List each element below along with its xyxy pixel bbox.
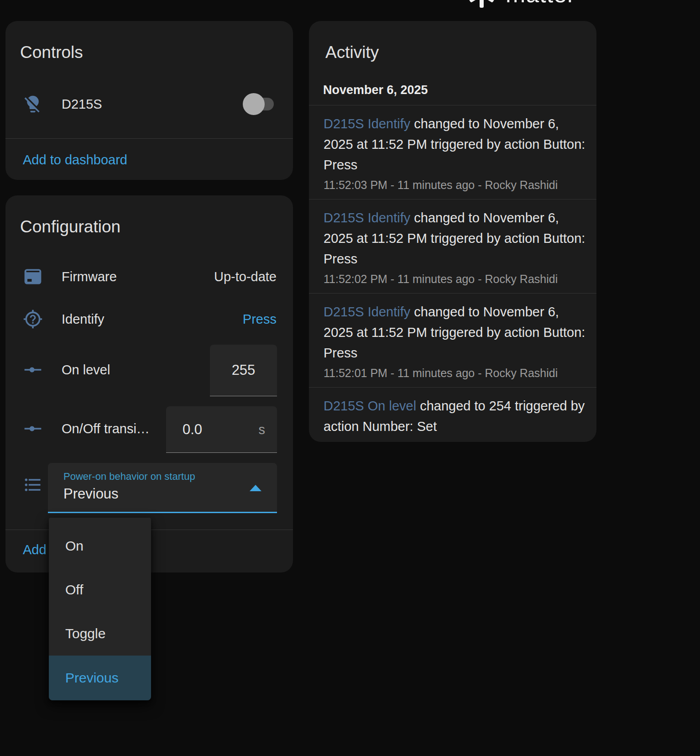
entry-meta: 11:52:01 PM - 11 minutes ago - Rocky Ras… — [324, 365, 588, 381]
on-level-label: On level — [62, 362, 110, 378]
toggle-thumb — [243, 93, 265, 115]
firmware-icon — [23, 267, 43, 287]
lightbulb-off-icon — [23, 94, 43, 114]
matter-logo-icon — [465, 0, 497, 9]
chevron-up-icon — [250, 485, 261, 491]
entry-text: D215S Identify changed to November 6, 20… — [324, 302, 588, 363]
entity-link[interactable]: D215S On level — [324, 399, 416, 413]
configuration-title: Configuration — [20, 217, 120, 236]
list-bulleted-icon — [23, 475, 43, 495]
transition-label: On/Off transi… — [62, 421, 150, 436]
activity-card: Activity November 6, 2025 D215S Identify… — [309, 21, 596, 442]
transition-field: s — [166, 406, 277, 453]
entry-meta: 11:51:58 PM - 11 minutes ago - Rocky Ras… — [324, 439, 588, 442]
activity-entries: D215S Identify changed to November 6, 20… — [309, 105, 596, 442]
menu-item-previous[interactable]: Previous — [49, 656, 151, 700]
page: matter Controls D215S Add to dashboard C… — [0, 0, 700, 756]
menu-item-off[interactable]: Off — [49, 568, 151, 612]
entity-link[interactable]: D215S Identify — [324, 116, 410, 131]
select-value: Previous — [63, 486, 119, 502]
firmware-label: Firmware — [62, 269, 117, 284]
activity-entry: D215S On level changed to 254 triggered … — [309, 388, 596, 442]
activity-entry: D215S Identify changed to November 6, 20… — [309, 200, 596, 294]
activity-date-header: November 6, 2025 — [323, 83, 428, 97]
identify-label: Identify — [62, 312, 104, 327]
entry-text: D215S On level changed to 254 triggered … — [324, 396, 588, 437]
entry-meta: 11:52:03 PM - 11 minutes ago - Rocky Ras… — [324, 177, 588, 193]
power-on-behavior-menu: On Off Toggle Previous — [49, 518, 151, 700]
seconds-suffix: s — [259, 422, 266, 437]
crosshairs-question-icon — [23, 309, 43, 329]
select-label: Power-on behavior on startup — [63, 471, 195, 483]
slider-icon — [23, 419, 43, 439]
entry-meta: 11:52:02 PM - 11 minutes ago - Rocky Ras… — [324, 271, 588, 287]
firmware-value: Up-to-date — [214, 269, 277, 284]
configuration-card: Configuration Firmware Up-to-date Identi… — [5, 195, 293, 572]
controls-card: Controls D215S Add to dashboard — [5, 21, 293, 180]
activity-entry: D215S Identify changed to November 6, 20… — [309, 105, 596, 200]
device-toggle[interactable] — [245, 98, 274, 110]
matter-logo: matter — [465, 0, 575, 9]
on-level-input[interactable] — [210, 345, 277, 396]
divider — [5, 138, 293, 139]
activity-title: Activity — [325, 43, 379, 62]
device-name: D215S — [62, 97, 102, 112]
entry-text: D215S Identify changed to November 6, 20… — [324, 114, 588, 175]
entity-link[interactable]: D215S Identify — [324, 304, 410, 319]
menu-item-toggle[interactable]: Toggle — [49, 612, 151, 656]
entry-text: D215S Identify changed to November 6, 20… — [324, 208, 588, 269]
power-on-behavior-select[interactable]: Power-on behavior on startup Previous — [48, 463, 277, 513]
on-level-field — [210, 345, 277, 396]
activity-entry: D215S Identify changed to November 6, 20… — [309, 294, 596, 388]
add-to-dashboard-button[interactable]: Add to dashboard — [23, 152, 127, 168]
entity-link[interactable]: D215S Identify — [324, 210, 410, 225]
matter-logo-text: matter — [506, 0, 575, 8]
controls-title: Controls — [20, 43, 83, 62]
menu-item-on[interactable]: On — [49, 524, 151, 568]
slider-icon — [23, 360, 43, 380]
identify-press-button[interactable]: Press — [243, 312, 277, 327]
